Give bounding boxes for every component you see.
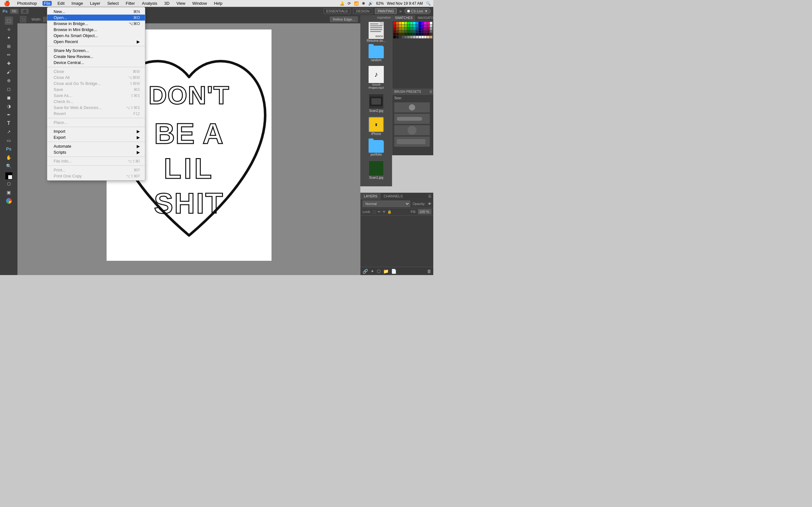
menu-item-label: Close All (54, 75, 70, 80)
menu-item-print---: Print...⌘P (47, 167, 145, 173)
menu-item-place---: Place... (47, 119, 145, 125)
menu-item-label: Close and Go To Bridge... (54, 81, 101, 86)
file-menu-overlay[interactable]: New...⌘NOpen...⌘OBrowse in Bridge...⌥⌘OB… (0, 0, 433, 275)
menu-item-file-info---: File Info...⌥⇧⌘I (47, 158, 145, 164)
menu-file[interactable]: File (43, 1, 52, 6)
menu-item-label: Save (54, 87, 63, 92)
bluetooth-icon: ❋ (362, 1, 365, 6)
menu-view[interactable]: View (175, 1, 187, 6)
menu-item-export[interactable]: Export▶ (47, 134, 145, 140)
file-menu-dropdown: New...⌘NOpen...⌘OBrowse in Bridge...⌥⌘OB… (47, 7, 145, 181)
menu-divider (47, 46, 145, 46)
menu-shortcut: ⌥⇧⌘I (128, 159, 140, 164)
menu-item-revert: RevertF12 (47, 111, 145, 117)
volume-icon: 🔊 (368, 1, 373, 6)
menu-item-label: File Info... (54, 159, 72, 164)
menu-item-label: Print... (54, 168, 66, 172)
menu-shortcut: ⌘P (134, 168, 140, 172)
clock-icon: ⟳ (348, 1, 351, 6)
menu-divider (47, 67, 145, 67)
menu-divider (47, 165, 145, 166)
menu-shortcut: ⌥⇧⌘P (126, 174, 140, 178)
menu-shortcut: F12 (133, 112, 140, 116)
menu-item-automate[interactable]: Automate▶ (47, 143, 145, 149)
menu-item-label: Device Central... (54, 60, 84, 65)
menu-item-check-in---: Check In... (47, 99, 145, 105)
menu-3d[interactable]: 3D (163, 1, 171, 6)
submenu-arrow-icon: ▶ (137, 129, 140, 134)
menu-shortcut: ⌥⌘O (129, 21, 140, 26)
apple-menu[interactable]: 🍎 (3, 0, 11, 6)
submenu-arrow-icon: ▶ (137, 135, 140, 140)
menu-item-label: Save As... (54, 93, 72, 98)
menu-item-save-as---: Save As...⇧⌘S (47, 93, 145, 99)
menu-shortcut: ⌘S (134, 88, 140, 92)
menu-item-save-for-web---devices---: Save for Web & Devices...⌥⇧⌘S (47, 105, 145, 111)
menu-bar-right: 🔔 ⟳ 📶 ❋ 🔊 62% Wed Nov 19 9:47 AM 🔍 (340, 1, 431, 6)
menu-item-open-recent[interactable]: Open Recent▶ (47, 39, 145, 45)
menu-item-label: Open Recent (54, 39, 78, 44)
notification-icon[interactable]: 🔔 (340, 1, 345, 6)
menu-analysis[interactable]: Analysis (141, 1, 158, 6)
menu-item-label: Save for Web & Devices... (54, 105, 102, 110)
menu-item-device-central---[interactable]: Device Central... (47, 60, 145, 66)
menu-item-close-and-go-to-bridge---: Close and Go To Bridge...⇧⌘W (47, 80, 145, 87)
menu-item-open-as-smart-object---[interactable]: Open As Smart Object... (47, 33, 145, 39)
menu-item-label: Open As Smart Object... (54, 33, 98, 38)
menu-item-browse-in-bridge---[interactable]: Browse in Bridge...⌥⌘O (47, 20, 145, 26)
menu-bar: 🍎 Photoshop File Edit Image Layer Select… (0, 0, 433, 7)
menu-item-label: Place... (54, 120, 67, 125)
menu-shortcut: ⌘W (133, 69, 140, 74)
menu-item-new---[interactable]: New...⌘N (47, 9, 145, 14)
menu-shortcut: ⌥⇧⌘S (126, 106, 140, 110)
menu-item-label: Check In... (54, 99, 73, 104)
submenu-arrow-icon: ▶ (137, 144, 140, 149)
menu-item-label: Revert (54, 111, 66, 116)
menu-shortcut: ⇧⌘W (130, 81, 140, 86)
menu-item-create-new-review---[interactable]: Create New Review... (47, 54, 145, 60)
menu-divider (47, 127, 145, 127)
menu-item-open---[interactable]: Open...⌘O (47, 14, 145, 20)
menu-edit[interactable]: Edit (56, 1, 66, 6)
menu-shortcut: ⇧⌘S (131, 94, 140, 98)
wifi-icon: 📶 (354, 1, 359, 6)
search-icon[interactable]: 🔍 (426, 1, 431, 6)
menu-divider (47, 142, 145, 142)
menu-divider (47, 157, 145, 157)
menu-item-close-all: Close All⌥⌘W (47, 74, 145, 80)
menu-shortcut: ⌥⌘W (128, 75, 140, 80)
menu-item-label: Open... (54, 15, 67, 20)
menu-item-label: Print One Copy (54, 174, 82, 178)
menu-item-save: Save⌘S (47, 87, 145, 93)
menu-item-label: Close (54, 69, 64, 74)
datetime-text: Wed Nov 19 9:47 AM (387, 1, 423, 6)
menu-item-label: Browse in Bridge... (54, 21, 88, 26)
menu-item-label: Import (54, 129, 65, 134)
submenu-arrow-icon: ▶ (137, 39, 140, 44)
menu-filter[interactable]: Filter (124, 1, 136, 6)
menu-layer[interactable]: Layer (89, 1, 102, 6)
menu-item-label: Share My Screen... (54, 48, 89, 53)
menu-item-label: Create New Review... (54, 54, 93, 59)
menu-item-print-one-copy: Print One Copy⌥⇧⌘P (47, 173, 145, 179)
menu-item-scripts[interactable]: Scripts▶ (47, 149, 145, 155)
menu-item-close: Close⌘W (47, 68, 145, 74)
menu-shortcut: ⌘O (133, 15, 140, 20)
menu-window[interactable]: Window (191, 1, 208, 6)
menu-item-label: Browse in Mini Bridge... (54, 27, 97, 32)
menu-item-share-my-screen---[interactable]: Share My Screen... (47, 48, 145, 54)
submenu-arrow-icon: ▶ (137, 150, 140, 155)
menu-item-label: Automate (54, 144, 71, 149)
menu-item-label: New... (54, 9, 65, 14)
menu-item-browse-in-mini-bridge---[interactable]: Browse in Mini Bridge... (47, 26, 145, 33)
menu-photoshop[interactable]: Photoshop (16, 1, 38, 6)
menu-select[interactable]: Select (106, 1, 120, 6)
menu-shortcut: ⌘N (133, 9, 140, 14)
menu-item-import[interactable]: Import▶ (47, 128, 145, 134)
menu-item-label: Scripts (54, 150, 66, 155)
menu-image[interactable]: Image (70, 1, 84, 6)
battery-text: 62% (376, 1, 384, 6)
menu-item-label: Export (54, 135, 66, 140)
menu-help[interactable]: Help (212, 1, 223, 6)
